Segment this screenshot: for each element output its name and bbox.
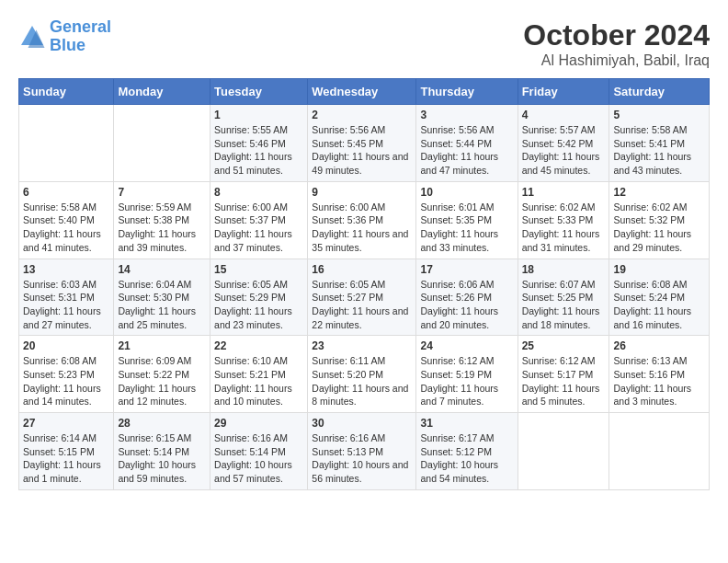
day-number: 20 bbox=[23, 339, 109, 352]
calendar-cell bbox=[114, 105, 210, 182]
calendar-cell: 10Sunrise: 6:01 AMSunset: 5:35 PMDayligh… bbox=[416, 181, 518, 259]
calendar-cell: 14Sunrise: 6:04 AMSunset: 5:30 PMDayligh… bbox=[114, 259, 210, 336]
day-number: 31 bbox=[420, 417, 513, 430]
day-number: 15 bbox=[214, 263, 303, 276]
day-number: 27 bbox=[23, 417, 109, 430]
calendar-cell: 13Sunrise: 6:03 AMSunset: 5:31 PMDayligh… bbox=[19, 259, 114, 336]
calendar-cell: 30Sunrise: 6:16 AMSunset: 5:13 PMDayligh… bbox=[308, 413, 416, 490]
day-info: Sunrise: 6:13 AMSunset: 5:16 PMDaylight:… bbox=[613, 354, 705, 408]
calendar-cell bbox=[609, 413, 710, 490]
day-info: Sunrise: 6:05 AMSunset: 5:29 PMDaylight:… bbox=[214, 278, 303, 332]
calendar-cell: 7Sunrise: 5:59 AMSunset: 5:38 PMDaylight… bbox=[114, 181, 210, 259]
title-block: October 2024 Al Hashimiyah, Babil, Iraq bbox=[523, 18, 710, 69]
day-info: Sunrise: 6:04 AMSunset: 5:30 PMDaylight:… bbox=[118, 278, 206, 332]
day-number: 25 bbox=[522, 339, 606, 352]
day-header-saturday: Saturday bbox=[609, 79, 710, 105]
day-number: 23 bbox=[312, 339, 412, 352]
day-number: 8 bbox=[214, 186, 303, 199]
day-info: Sunrise: 6:16 AMSunset: 5:13 PMDaylight:… bbox=[312, 431, 412, 486]
day-number: 26 bbox=[613, 339, 705, 352]
day-number: 6 bbox=[23, 186, 109, 199]
day-info: Sunrise: 6:01 AMSunset: 5:35 PMDaylight:… bbox=[420, 201, 513, 255]
calendar-cell: 9Sunrise: 6:00 AMSunset: 5:36 PMDaylight… bbox=[308, 181, 416, 259]
day-info: Sunrise: 6:15 AMSunset: 5:14 PMDaylight:… bbox=[118, 431, 206, 486]
day-number: 2 bbox=[312, 109, 412, 121]
day-number: 13 bbox=[23, 263, 109, 276]
day-number: 1 bbox=[214, 109, 303, 121]
day-info: Sunrise: 6:17 AMSunset: 5:12 PMDaylight:… bbox=[420, 431, 513, 486]
week-row-5: 27Sunrise: 6:14 AMSunset: 5:15 PMDayligh… bbox=[19, 413, 710, 490]
day-header-friday: Friday bbox=[518, 79, 609, 105]
week-row-3: 13Sunrise: 6:03 AMSunset: 5:31 PMDayligh… bbox=[19, 259, 710, 336]
day-number: 24 bbox=[420, 339, 513, 352]
week-row-1: 1Sunrise: 5:55 AMSunset: 5:46 PMDaylight… bbox=[19, 105, 710, 182]
day-info: Sunrise: 6:06 AMSunset: 5:26 PMDaylight:… bbox=[420, 278, 513, 332]
logo-line1: General bbox=[50, 17, 111, 36]
calendar-cell: 26Sunrise: 6:13 AMSunset: 5:16 PMDayligh… bbox=[609, 336, 710, 413]
calendar-cell: 11Sunrise: 6:02 AMSunset: 5:33 PMDayligh… bbox=[518, 181, 609, 259]
calendar-cell bbox=[518, 413, 609, 490]
day-info: Sunrise: 6:05 AMSunset: 5:27 PMDaylight:… bbox=[312, 278, 412, 332]
day-info: Sunrise: 5:59 AMSunset: 5:38 PMDaylight:… bbox=[118, 201, 206, 255]
logo-text: General Blue bbox=[50, 18, 111, 55]
day-info: Sunrise: 6:02 AMSunset: 5:32 PMDaylight:… bbox=[613, 201, 705, 255]
day-header-tuesday: Tuesday bbox=[210, 79, 308, 105]
day-header-wednesday: Wednesday bbox=[308, 79, 416, 105]
calendar-cell: 31Sunrise: 6:17 AMSunset: 5:12 PMDayligh… bbox=[416, 413, 518, 490]
day-info: Sunrise: 6:09 AMSunset: 5:22 PMDaylight:… bbox=[118, 354, 206, 408]
day-number: 3 bbox=[420, 109, 513, 121]
day-info: Sunrise: 5:55 AMSunset: 5:46 PMDaylight:… bbox=[214, 123, 303, 178]
calendar-header-row: SundayMondayTuesdayWednesdayThursdayFrid… bbox=[19, 79, 710, 105]
day-info: Sunrise: 6:00 AMSunset: 5:36 PMDaylight:… bbox=[312, 201, 412, 255]
day-info: Sunrise: 6:02 AMSunset: 5:33 PMDaylight:… bbox=[522, 201, 606, 255]
location: Al Hashimiyah, Babil, Iraq bbox=[523, 52, 710, 69]
day-info: Sunrise: 6:12 AMSunset: 5:17 PMDaylight:… bbox=[522, 354, 606, 408]
calendar-cell: 29Sunrise: 6:16 AMSunset: 5:14 PMDayligh… bbox=[210, 413, 308, 490]
day-number: 21 bbox=[118, 339, 206, 352]
logo-icon bbox=[18, 23, 46, 51]
day-number: 17 bbox=[420, 263, 513, 276]
calendar-cell: 12Sunrise: 6:02 AMSunset: 5:32 PMDayligh… bbox=[609, 181, 710, 259]
calendar-cell: 22Sunrise: 6:10 AMSunset: 5:21 PMDayligh… bbox=[210, 336, 308, 413]
calendar-cell: 17Sunrise: 6:06 AMSunset: 5:26 PMDayligh… bbox=[416, 259, 518, 336]
calendar-cell: 4Sunrise: 5:57 AMSunset: 5:42 PMDaylight… bbox=[518, 105, 609, 182]
day-number: 16 bbox=[312, 263, 412, 276]
day-info: Sunrise: 6:14 AMSunset: 5:15 PMDaylight:… bbox=[23, 431, 109, 486]
day-number: 14 bbox=[118, 263, 206, 276]
day-number: 22 bbox=[214, 339, 303, 352]
calendar-cell: 18Sunrise: 6:07 AMSunset: 5:25 PMDayligh… bbox=[518, 259, 609, 336]
page-header: General Blue October 2024 Al Hashimiyah,… bbox=[18, 18, 710, 69]
calendar-cell: 20Sunrise: 6:08 AMSunset: 5:23 PMDayligh… bbox=[19, 336, 114, 413]
day-number: 30 bbox=[312, 417, 412, 430]
day-info: Sunrise: 5:57 AMSunset: 5:42 PMDaylight:… bbox=[522, 123, 606, 178]
day-number: 28 bbox=[118, 417, 206, 430]
calendar-cell: 1Sunrise: 5:55 AMSunset: 5:46 PMDaylight… bbox=[210, 105, 308, 182]
day-header-thursday: Thursday bbox=[416, 79, 518, 105]
calendar-cell bbox=[19, 105, 114, 182]
day-header-monday: Monday bbox=[114, 79, 210, 105]
day-info: Sunrise: 6:12 AMSunset: 5:19 PMDaylight:… bbox=[420, 354, 513, 408]
day-info: Sunrise: 6:11 AMSunset: 5:20 PMDaylight:… bbox=[312, 354, 412, 408]
calendar-cell: 24Sunrise: 6:12 AMSunset: 5:19 PMDayligh… bbox=[416, 336, 518, 413]
day-info: Sunrise: 5:56 AMSunset: 5:45 PMDaylight:… bbox=[312, 123, 412, 178]
day-header-sunday: Sunday bbox=[19, 79, 114, 105]
day-number: 12 bbox=[613, 186, 705, 199]
calendar-cell: 19Sunrise: 6:08 AMSunset: 5:24 PMDayligh… bbox=[609, 259, 710, 336]
calendar-cell: 16Sunrise: 6:05 AMSunset: 5:27 PMDayligh… bbox=[308, 259, 416, 336]
day-info: Sunrise: 5:56 AMSunset: 5:44 PMDaylight:… bbox=[420, 123, 513, 178]
day-info: Sunrise: 5:58 AMSunset: 5:41 PMDaylight:… bbox=[613, 123, 705, 178]
calendar-cell: 23Sunrise: 6:11 AMSunset: 5:20 PMDayligh… bbox=[308, 336, 416, 413]
calendar-table: SundayMondayTuesdayWednesdayThursdayFrid… bbox=[18, 78, 710, 490]
calendar-cell: 28Sunrise: 6:15 AMSunset: 5:14 PMDayligh… bbox=[114, 413, 210, 490]
calendar-cell: 25Sunrise: 6:12 AMSunset: 5:17 PMDayligh… bbox=[518, 336, 609, 413]
calendar-cell: 8Sunrise: 6:00 AMSunset: 5:37 PMDaylight… bbox=[210, 181, 308, 259]
day-number: 5 bbox=[613, 109, 705, 121]
day-number: 4 bbox=[522, 109, 606, 121]
logo-line2: Blue bbox=[50, 36, 85, 54]
week-row-4: 20Sunrise: 6:08 AMSunset: 5:23 PMDayligh… bbox=[19, 336, 710, 413]
day-info: Sunrise: 6:16 AMSunset: 5:14 PMDaylight:… bbox=[214, 431, 303, 486]
week-row-2: 6Sunrise: 5:58 AMSunset: 5:40 PMDaylight… bbox=[19, 181, 710, 259]
day-number: 29 bbox=[214, 417, 303, 430]
day-number: 10 bbox=[420, 186, 513, 199]
calendar-cell: 15Sunrise: 6:05 AMSunset: 5:29 PMDayligh… bbox=[210, 259, 308, 336]
